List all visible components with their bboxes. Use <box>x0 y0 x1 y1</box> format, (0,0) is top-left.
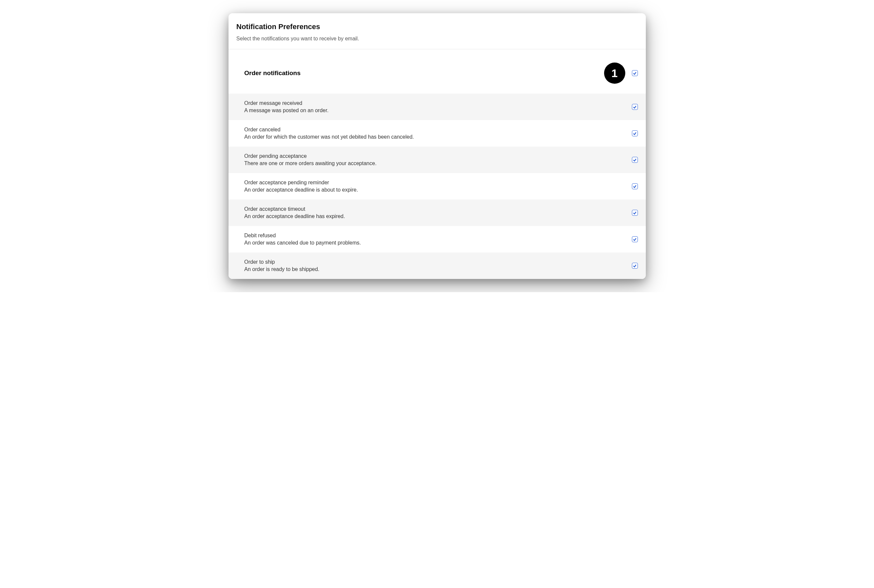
check-icon <box>633 211 637 215</box>
check-icon <box>633 105 637 109</box>
notification-checkbox[interactable] <box>632 210 638 216</box>
notification-row-title: Debit refused <box>244 232 632 238</box>
section-header: Order notifications 1 <box>229 49 646 94</box>
notification-checkbox[interactable] <box>632 157 638 163</box>
notification-row-title: Order message received <box>244 100 632 106</box>
notification-row: Order message receivedA message was post… <box>229 94 646 120</box>
notification-row-title: Order to ship <box>244 259 632 265</box>
notification-row-title: Order pending acceptance <box>244 153 632 159</box>
notification-row: Order canceledAn order for which the cus… <box>229 120 646 147</box>
section-title: Order notifications <box>244 69 301 77</box>
notification-row-desc: An order for which the customer was not … <box>244 134 632 140</box>
check-icon <box>633 264 637 268</box>
check-icon <box>633 184 637 189</box>
notification-row: Debit refusedAn order was canceled due t… <box>229 226 646 252</box>
check-icon <box>633 71 637 75</box>
notification-row-title: Order acceptance pending reminder <box>244 180 632 186</box>
check-icon <box>633 131 637 136</box>
notification-row-text: Order acceptance pending reminderAn orde… <box>244 180 632 193</box>
notification-row: Order acceptance timeoutAn order accepta… <box>229 200 646 226</box>
notification-row-desc: An order acceptance deadline has expired… <box>244 213 632 219</box>
notification-preferences-panel: Notification Preferences Select the noti… <box>229 13 646 279</box>
notification-row-text: Order canceledAn order for which the cus… <box>244 127 632 140</box>
notification-row-title: Order acceptance timeout <box>244 206 632 212</box>
panel-header: Notification Preferences Select the noti… <box>229 13 646 49</box>
notification-row-desc: A message was posted on an order. <box>244 108 632 114</box>
notification-row-text: Order acceptance timeoutAn order accepta… <box>244 206 632 219</box>
notification-checkbox[interactable] <box>632 183 638 189</box>
notification-row-desc: An order is ready to be shipped. <box>244 266 632 272</box>
notification-row-text: Order pending acceptanceThere are one or… <box>244 153 632 166</box>
notification-row: Order pending acceptanceThere are one or… <box>229 147 646 173</box>
section-master-checkbox[interactable] <box>632 70 638 76</box>
notification-row-desc: There are one or more orders awaiting yo… <box>244 160 632 166</box>
notification-row-title: Order canceled <box>244 127 632 133</box>
notification-checkbox[interactable] <box>632 236 638 242</box>
notification-row-desc: An order acceptance deadline is about to… <box>244 187 632 193</box>
notification-checkbox[interactable] <box>632 130 638 136</box>
notification-checkbox[interactable] <box>632 104 638 110</box>
page-subtitle: Select the notifications you want to rec… <box>236 36 638 42</box>
page-title: Notification Preferences <box>236 22 638 31</box>
section-header-right: 1 <box>604 63 638 84</box>
check-icon <box>633 158 637 162</box>
notification-row-text: Order message receivedA message was post… <box>244 100 632 114</box>
notification-row-text: Order to shipAn order is ready to be shi… <box>244 259 632 272</box>
notification-checkbox[interactable] <box>632 263 638 268</box>
check-icon <box>633 237 637 242</box>
notification-row: Order acceptance pending reminderAn orde… <box>229 173 646 200</box>
notification-row: Order to shipAn order is ready to be shi… <box>229 252 646 279</box>
notification-row-text: Debit refusedAn order was canceled due t… <box>244 232 632 246</box>
notification-row-desc: An order was canceled due to payment pro… <box>244 240 632 246</box>
callout-badge-1: 1 <box>604 63 625 84</box>
